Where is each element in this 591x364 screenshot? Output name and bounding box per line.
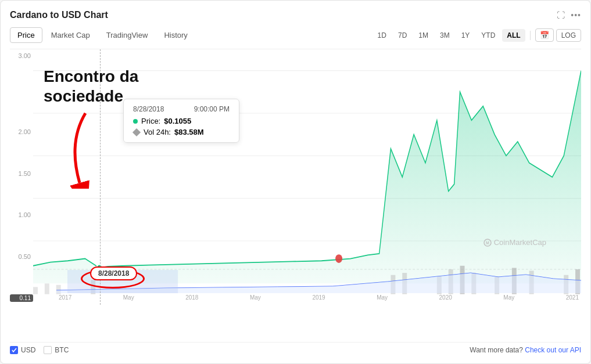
tooltip-date: 8/28/2018 [133, 105, 164, 113]
legend-usd-check[interactable] [10, 346, 18, 354]
svg-text:M: M [486, 241, 489, 245]
tooltip-time: 9:00:00 PM [194, 105, 230, 113]
vol-icon [132, 128, 141, 136]
svg-rect-8 [45, 283, 49, 294]
price-dot [133, 119, 138, 124]
watermark: M CoinMarketCap [483, 238, 546, 247]
x-label-4: 2019 [312, 294, 325, 301]
y-label-150: 1.50 [10, 170, 33, 177]
x-label-7: May [503, 294, 514, 301]
chart-inner: Encontro da sociedade 8/28/2018 9:00:00 … [33, 49, 581, 305]
divider [530, 31, 531, 40]
tabs: Price Market Cap TradingView History [10, 27, 195, 43]
tooltip-vol-label: Vol 24h: [144, 128, 171, 136]
y-label-1: 1.00 [10, 211, 33, 218]
y-label-3: 3.00 [10, 52, 33, 59]
y-label-050: 0.50 [10, 253, 33, 260]
tooltip-price-label: Price: [141, 117, 160, 125]
api-text: Want more data? Check out our API [470, 346, 581, 354]
expand-icon[interactable]: ⛶ [557, 10, 565, 20]
y-axis: 3.00 2.00 1.50 1.00 0.50 0.11 [10, 49, 33, 305]
log-button[interactable]: LOG [556, 29, 581, 42]
filter-3m[interactable]: 3M [435, 29, 454, 42]
date-bubble: 8/28/2018 [90, 266, 137, 280]
tooltip: 8/28/2018 9:00:00 PM Price: $0.1055 Vol … [123, 99, 239, 143]
bottom-bar: USD BTC Want more data? Check out our AP… [10, 342, 581, 354]
svg-point-22 [335, 254, 342, 263]
tab-history[interactable]: History [156, 27, 195, 43]
tooltip-price-value: $0.1055 [164, 117, 191, 125]
x-axis-labels: 2017 May 2018 May 2019 May 2020 May 2021 [56, 293, 581, 302]
legend-usd-label: USD [21, 346, 35, 354]
x-label-3: May [250, 294, 261, 301]
chart-area: 3.00 2.00 1.50 1.00 0.50 0.11 [10, 49, 581, 340]
filter-1y[interactable]: 1Y [457, 29, 475, 42]
filter-ytd[interactable]: YTD [477, 29, 500, 42]
time-filters: 1D 7D 1M 3M 1Y YTD ALL 📅 LOG [373, 28, 581, 42]
calendar-button[interactable]: 📅 [535, 28, 554, 42]
tab-marketcap[interactable]: Market Cap [44, 27, 98, 43]
legend-usd: USD [10, 346, 35, 354]
legend-btc-label: BTC [55, 346, 69, 354]
svg-rect-7 [33, 287, 38, 294]
x-label-6: 2020 [439, 294, 452, 301]
tab-price[interactable]: Price [10, 27, 42, 43]
y-label-2: 2.00 [10, 128, 33, 135]
checkmark-icon [11, 347, 17, 353]
tooltip-price-row: Price: $0.1055 [133, 117, 230, 125]
more-icon[interactable]: ••• [571, 10, 581, 20]
filter-all[interactable]: ALL [502, 29, 525, 42]
chart-title: Cardano to USD Chart [10, 10, 108, 20]
api-link[interactable]: Check out our API [525, 346, 581, 354]
filter-1m[interactable]: 1M [414, 29, 433, 42]
red-arrow [51, 107, 120, 189]
filter-1d[interactable]: 1D [373, 29, 391, 42]
header-icons: ⛶ ••• [557, 10, 581, 20]
header: Cardano to USD Chart ⛶ ••• [10, 10, 581, 20]
x-label-0: 2017 [59, 294, 71, 301]
tooltip-date-row: 8/28/2018 9:00:00 PM [133, 105, 230, 113]
main-card: Cardano to USD Chart ⛶ ••• Price Market … [0, 0, 591, 364]
legend-btc: BTC [44, 346, 69, 354]
tooltip-vol-row: Vol 24h: $83.58M [133, 128, 230, 136]
filter-7d[interactable]: 7D [393, 29, 411, 42]
tab-tradingview[interactable]: TradingView [99, 27, 156, 43]
legend-btc-check[interactable] [44, 346, 52, 354]
y-label-highlight: 0.11 [10, 294, 33, 302]
x-label-5: May [377, 294, 388, 301]
x-label-8: 2021 [566, 294, 579, 301]
x-label-1: May [123, 294, 134, 301]
x-label-2: 2018 [185, 294, 198, 301]
legend: USD BTC [10, 346, 69, 354]
tooltip-vol-value: $83.58M [174, 128, 204, 136]
controls-row: Price Market Cap TradingView History 1D … [10, 27, 581, 43]
watermark-icon: M [483, 239, 492, 247]
